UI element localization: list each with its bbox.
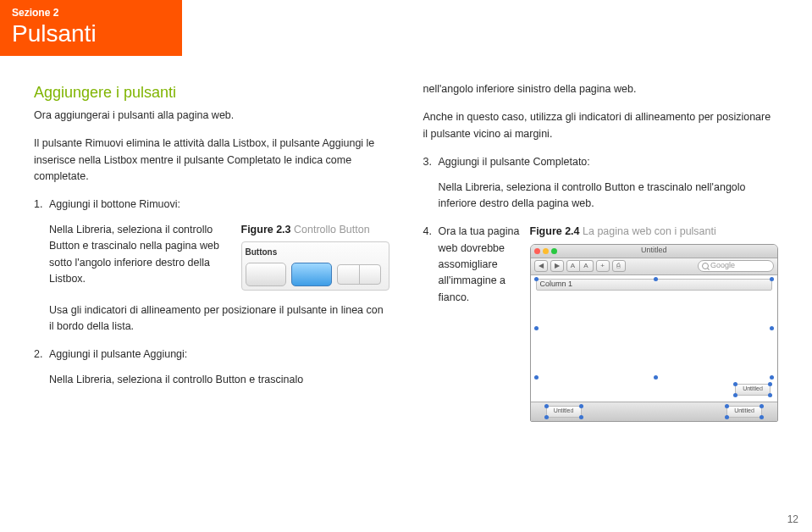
intro-para: Il pulsante Rimuovi elimina le attività … [34,136,389,185]
resize-handle[interactable] [534,277,539,281]
step-2-body: Nella Libreria, seleziona il controllo B… [49,372,389,388]
text-size-segment: A A [566,260,594,272]
step-1: 1. Aggiungi il bottone Rimuovi: [34,197,389,213]
palette-button-blue [291,263,332,286]
step-2: 2. Aggiungi il pulsante Aggiungi: [34,346,389,363]
section-title: Pulsanti [12,20,170,47]
text-larger-button[interactable]: A [580,260,594,272]
figure-label: Figure 2.4 [530,225,580,237]
window-bottom-bar: Untitled Untitled [531,402,778,421]
palette-button-grey [246,263,286,286]
cont-para-2: Anche in questo caso, utilizza gli indic… [423,109,779,142]
step-1-body: Nella Libreria, seleziona il controllo B… [49,222,229,291]
resize-handle[interactable] [534,326,539,330]
page-number: 12 [787,513,798,525]
resize-handle[interactable] [534,375,539,380]
step-4-row: Ora la tua pagina web dovrebbe assomigli… [439,224,779,421]
column-header-text: Column 1 [540,279,573,291]
buttons-palette: Buttons [241,241,389,291]
section-header: Sezione 2 Pulsanti [0,0,182,56]
subheading: Aggiungere i pulsanti [34,81,389,105]
section-label: Sezione 2 [12,7,170,19]
cont-para-1: nell'angolo inferiore sinistro della pag… [423,81,779,97]
text-smaller-button[interactable]: A [566,260,580,272]
step-3: 3. Aggiungi il pulsante Completato: [423,154,779,170]
browser-toolbar: ◀ ▶ A A + ⎙ Google [531,258,778,275]
search-icon [702,263,709,269]
step-4-text: Ora la tua pagina web dovrebbe assomigli… [439,224,520,421]
figure-desc: La pagina web con i pulsanti [580,225,716,237]
step-number: 1. [34,197,49,213]
widget-button[interactable]: Untitled [735,384,771,396]
step-number: 2. [34,346,49,363]
back-button[interactable]: ◀ [534,260,548,272]
step-number: 4. [423,224,439,421]
step-title: Aggiungi il bottone Rimuovi: [49,197,389,213]
widget-button[interactable]: Untitled [726,406,762,418]
add-button[interactable]: + [596,260,610,272]
resize-handle[interactable] [770,326,774,330]
right-column: nell'angolo inferiore sinistro della pag… [423,81,779,422]
resize-handle[interactable] [654,277,658,281]
figure-caption: Figure 2.4 La pagina web con i pulsanti [530,224,779,240]
widget-button[interactable]: Untitled [546,406,582,418]
resize-handle[interactable] [770,375,774,380]
step-1-after: Usa gli indicatori di allineamento per p… [49,302,389,335]
figure-label: Figure 2.3 [241,224,291,236]
figure-2-3: Figure 2.3 Controllo Button Buttons [241,222,389,291]
resize-handle[interactable] [654,375,658,380]
step-3-body: Nella Libreria, seleziona il controllo B… [439,180,779,213]
palette-label: Buttons [246,246,385,259]
search-placeholder: Google [710,260,735,272]
figure-desc: Controllo Button [291,224,370,236]
step-4: 4. Ora la tua pagina web dovrebbe assomi… [423,224,779,421]
search-field[interactable]: Google [698,260,774,272]
left-column: Aggiungere i pulsanti Ora aggiungerai i … [34,81,389,422]
content-columns: Aggiungere i pulsanti Ora aggiungerai i … [0,56,812,422]
palette-segmented [337,264,381,285]
step-number: 3. [423,154,439,170]
print-button[interactable]: ⎙ [612,260,626,272]
step-title: Aggiungi il pulsante Aggiungi: [49,346,389,363]
figure-caption: Figure 2.3 Controllo Button [241,222,389,238]
mock-browser-window: Untitled ◀ ▶ A A + ⎙ [530,244,779,422]
web-canvas: Column 1 [531,275,778,402]
resize-handle[interactable] [770,277,774,281]
palette-row [246,263,385,286]
figure-2-4: Figure 2.4 La pagina web con i pulsanti … [530,224,779,421]
lead-text: Ora aggiungerai i pulsanti alla pagina w… [34,108,389,124]
step-1-body-row: Nella Libreria, seleziona il controllo B… [49,222,389,291]
window-titlebar: Untitled [531,245,778,258]
forward-button[interactable]: ▶ [550,260,564,272]
step-title: Aggiungi il pulsante Completato: [439,154,779,170]
window-title: Untitled [531,245,778,257]
